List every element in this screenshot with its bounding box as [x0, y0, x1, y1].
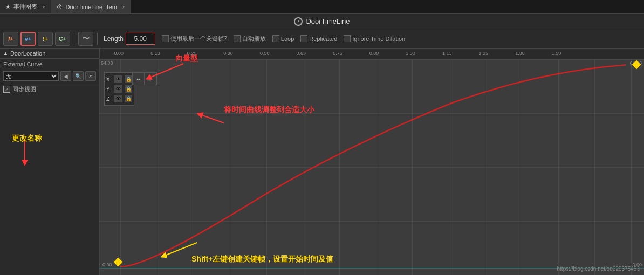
f-plus-button[interactable]: f+ — [3, 32, 18, 46]
svg-line-1 — [298, 22, 299, 22]
title-bar: ★ 事件图表 × ⏱ DoorTimeLine_Tem × — [0, 0, 644, 14]
tab-events-close[interactable]: × — [42, 4, 45, 10]
tab-events-label: 事件图表 — [13, 3, 37, 11]
sidebar-header: ▲ DoorLocation — [0, 49, 99, 59]
grid-area[interactable]: 64.00 -0.00 64.00 -0.00 X 👁 🔒 — [100, 59, 644, 275]
tab-doortimeline-close[interactable]: × — [122, 4, 125, 10]
auto-play-cb[interactable] — [234, 35, 241, 42]
xyz-panel: X 👁 🔒 Y 👁 🔒 Z 👁 🔒 — [104, 72, 134, 106]
main-title-text: DoorTimeLine — [306, 17, 350, 25]
toolbar-separator-1 — [74, 33, 74, 45]
toolbar: f+ v+ !+ C+ 〜 Length 使用最后一个关键帧? 自动播放 Loo… — [0, 29, 644, 49]
replicated-cb[interactable] — [300, 35, 307, 42]
ruler-3: 0.38 — [223, 51, 233, 56]
ruler-10: 1.25 — [479, 51, 489, 56]
ignore-dilation-checkbox[interactable]: Ignore Time Dilation — [344, 35, 405, 42]
use-last-keyframe-checkbox[interactable]: 使用最后一个关键帧? — [162, 35, 227, 43]
tab-events-icon: ★ — [5, 3, 11, 10]
y-label: Y — [106, 86, 112, 92]
use-last-keyframe-label: 使用最后一个关键帧? — [170, 35, 227, 43]
scale-tools: ↔ ↕ — [132, 72, 157, 85]
sidebar-btn-left[interactable]: ◀ — [60, 71, 71, 81]
y-eye-btn[interactable]: 👁 — [114, 85, 122, 93]
sync-label: 同步视图 — [12, 85, 36, 93]
loop-label: Loop — [281, 36, 294, 42]
use-last-keyframe-cb[interactable] — [162, 35, 169, 42]
tab-doortimeline[interactable]: ⏱ DoorTimeLine_Tem × — [51, 0, 131, 13]
sidebar-btn-close[interactable]: ✕ — [85, 71, 96, 81]
z-label: Z — [106, 96, 112, 102]
clock-icon — [294, 17, 303, 26]
sidebar-triangle: ▲ — [3, 51, 8, 56]
sidebar-toolbar: 无 ◀ 🔍 ✕ — [0, 70, 99, 83]
main-title-bar: DoorTimeLine — [0, 14, 644, 29]
sync-checkbox[interactable]: ✓ — [3, 86, 10, 93]
ruler-8: 1.00 — [406, 51, 415, 56]
z-eye-btn[interactable]: 👁 — [114, 95, 122, 102]
x-label: X — [106, 77, 112, 82]
timeline-ruler-labels: 0.00 0.13 0.25 0.38 0.50 0.63 0.75 0.88 … — [100, 49, 644, 59]
v-plus-button[interactable]: v+ — [20, 32, 36, 46]
loop-cb[interactable] — [272, 35, 279, 42]
curve-area[interactable]: 64.00 -0.00 64.00 -0.00 X 👁 🔒 — [100, 49, 644, 275]
xyz-row-z: Z 👁 🔒 — [106, 94, 132, 104]
x-eye-btn[interactable]: 👁 — [114, 75, 122, 83]
sidebar-btn-search[interactable]: 🔍 — [73, 71, 84, 81]
content-area: ▲ DoorLocation External Curve 无 ◀ 🔍 ✕ ✓ … — [0, 49, 644, 275]
main-title: DoorTimeLine — [294, 17, 350, 26]
ruler-0: 0.00 — [114, 51, 124, 56]
tab-doortimeline-icon: ⏱ — [57, 4, 63, 10]
length-label: Length — [104, 35, 124, 43]
y-lock-btn[interactable]: 🔒 — [125, 85, 132, 93]
replicated-label: Replicated — [309, 36, 337, 42]
ruler-7: 0.88 — [369, 51, 379, 56]
sidebar-section: External Curve — [0, 59, 99, 70]
wave-button[interactable]: 〜 — [78, 32, 93, 46]
fit-vertical-button[interactable]: ↕ — [145, 73, 156, 85]
replicated-checkbox[interactable]: Replicated — [300, 35, 337, 42]
exclaim-button[interactable]: !+ — [38, 32, 53, 46]
z-lock-btn[interactable]: 🔒 — [125, 95, 132, 102]
ruler-4: 0.50 — [260, 51, 270, 56]
sync-row: ✓ 同步视图 — [0, 83, 99, 95]
ruler-12: 1.50 — [552, 51, 561, 56]
curve-dropdown[interactable]: 无 — [3, 71, 59, 81]
ruler-6: 0.75 — [333, 51, 342, 56]
toolbar-separator-2 — [97, 33, 98, 45]
tab-doortimeline-label: DoorTimeLine_Tem — [65, 4, 117, 10]
ruler-1: 0.13 — [150, 51, 160, 56]
fit-horizontal-button[interactable]: ↔ — [133, 73, 145, 85]
auto-play-checkbox[interactable]: 自动播放 — [234, 35, 266, 43]
x-lock-btn[interactable]: 🔒 — [125, 75, 132, 83]
footer-url: https://blog.csdn.net/qq229375453 — [557, 266, 640, 272]
c-plus-button[interactable]: C+ — [55, 32, 70, 46]
ruler-2: 0.25 — [187, 51, 197, 56]
ignore-dilation-cb[interactable] — [344, 35, 351, 42]
xyz-row-x: X 👁 🔒 — [106, 74, 132, 84]
ruler-9: 1.13 — [442, 51, 452, 56]
checkbox-group: 使用最后一个关键帧? 自动播放 Loop Replicated Ignore T… — [162, 35, 405, 43]
auto-play-label: 自动播放 — [242, 35, 266, 43]
sidebar: ▲ DoorLocation External Curve 无 ◀ 🔍 ✕ ✓ … — [0, 49, 100, 275]
curve-svg — [100, 59, 644, 275]
xyz-row-y: Y 👁 🔒 — [106, 84, 132, 94]
sidebar-title: DoorLocation — [10, 50, 45, 57]
tab-events[interactable]: ★ 事件图表 × — [0, 0, 51, 13]
length-input[interactable] — [126, 33, 155, 45]
ruler-11: 1.38 — [515, 51, 525, 56]
loop-checkbox[interactable]: Loop — [272, 35, 294, 42]
ignore-dilation-label: Ignore Time Dilation — [352, 36, 405, 42]
ruler-5: 0.63 — [297, 51, 306, 56]
